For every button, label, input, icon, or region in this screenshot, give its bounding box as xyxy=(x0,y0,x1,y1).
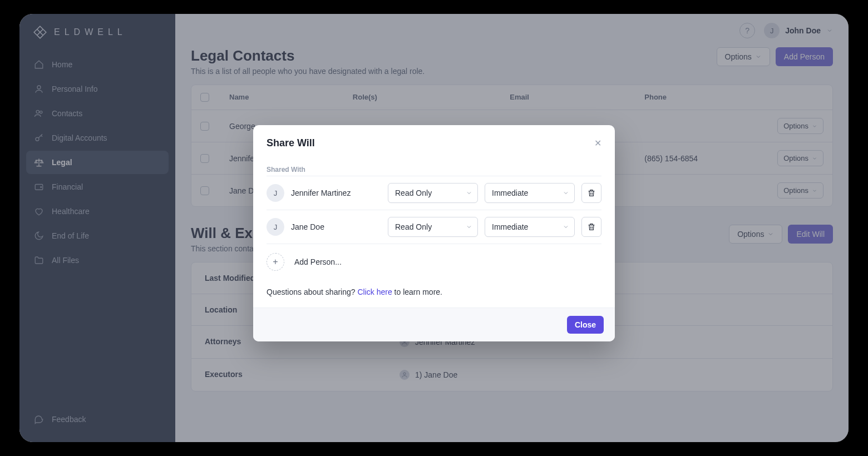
timing-select[interactable]: Immediate xyxy=(485,217,575,237)
share-will-modal: Share Will ✕ Shared With J Jennifer Mart… xyxy=(253,125,615,341)
person-name: Jane Doe xyxy=(291,222,381,231)
plus-icon: + xyxy=(267,253,284,271)
modal-overlay[interactable]: Share Will ✕ Shared With J Jennifer Mart… xyxy=(19,14,849,442)
shared-with-label: Shared With xyxy=(267,166,601,174)
help-prefix: Questions about sharing? xyxy=(267,288,357,296)
chevron-down-icon xyxy=(563,224,569,230)
person-name: Jennifer Martinez xyxy=(291,189,381,197)
access-select[interactable]: Read Only xyxy=(388,183,478,203)
remove-person-button[interactable] xyxy=(581,183,601,203)
person-avatar: J xyxy=(267,184,284,202)
select-value: Read Only xyxy=(395,189,432,197)
share-row: J Jane Doe Read Only Immediate xyxy=(267,210,601,244)
share-row: J Jennifer Martinez Read Only Immediate xyxy=(267,176,601,210)
access-select[interactable]: Read Only xyxy=(388,217,478,237)
button-label: Close xyxy=(575,320,596,329)
trash-icon xyxy=(587,189,596,197)
help-suffix: to learn more. xyxy=(392,288,442,296)
modal-close-button[interactable]: ✕ xyxy=(594,138,601,148)
remove-person-button[interactable] xyxy=(581,217,601,237)
add-person-row[interactable]: + Add Person... xyxy=(267,244,601,280)
modal-close-action-button[interactable]: Close xyxy=(567,316,604,334)
person-avatar: J xyxy=(267,218,284,236)
modal-help-text: Questions about sharing? Click here to l… xyxy=(267,280,601,296)
select-value: Immediate xyxy=(492,222,528,231)
timing-select[interactable]: Immediate xyxy=(485,183,575,203)
chevron-down-icon xyxy=(466,224,472,230)
select-value: Read Only xyxy=(395,222,432,231)
select-value: Immediate xyxy=(492,189,528,197)
trash-icon xyxy=(587,222,596,231)
chevron-down-icon xyxy=(563,190,569,196)
modal-title: Share Will xyxy=(267,137,315,149)
close-icon: ✕ xyxy=(594,138,601,148)
add-person-label: Add Person... xyxy=(294,257,342,266)
chevron-down-icon xyxy=(466,190,472,196)
help-link[interactable]: Click here xyxy=(357,288,392,296)
